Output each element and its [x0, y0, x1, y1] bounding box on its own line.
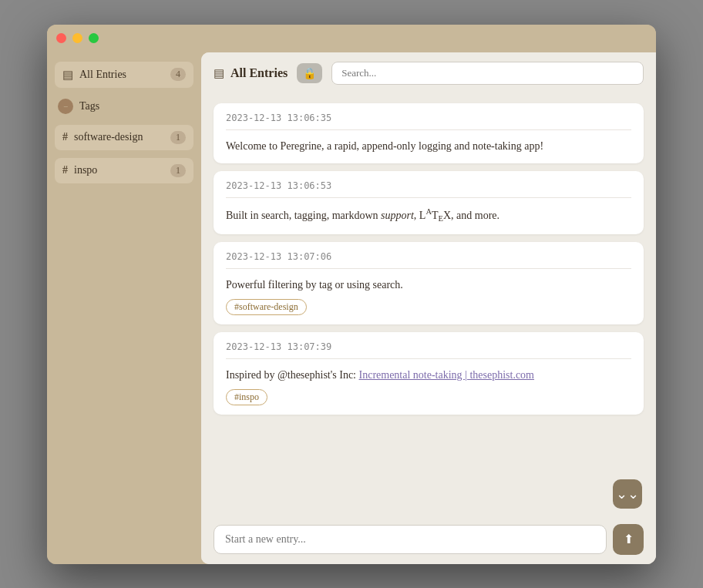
entry-2-timestamp: 2023-12-13 13:06:53	[226, 180, 631, 191]
lock-icon: 🔒	[303, 67, 316, 79]
submit-icon: ⬆	[624, 532, 634, 546]
tags-toggle-icon: −	[63, 102, 68, 111]
tags-header: − Tags	[55, 96, 193, 117]
tag-software-design-label: software-design	[74, 131, 143, 143]
maximize-button[interactable]	[89, 33, 99, 43]
sidebar: ▤ All Entries 4 − Tags # software-design…	[47, 52, 201, 564]
hash-icon-2: #	[62, 164, 68, 176]
entry-card-2: 2023-12-13 13:06:53 Built in search, tag…	[214, 171, 644, 234]
main-title: All Entries	[230, 66, 288, 80]
main-panel: ▤ All Entries 🔒 2023-12-13 13:06:35 Welc…	[201, 52, 656, 564]
tag-inspo-count: 1	[170, 164, 186, 177]
entry-3-content: Powerful filtering by tag or using searc…	[226, 277, 631, 293]
entry-4-tags: #inspo	[226, 383, 631, 405]
entry-card-1: 2023-12-13 13:06:35 Welcome to Peregrine…	[214, 103, 644, 163]
all-entries-count: 4	[170, 68, 186, 81]
entry-1-timestamp: 2023-12-13 13:06:35	[226, 113, 631, 123]
entry-3-timestamp: 2023-12-13 13:07:06	[226, 251, 631, 262]
main-entries-icon: ▤	[214, 66, 224, 80]
hash-icon: #	[62, 131, 68, 143]
minimize-button[interactable]	[72, 33, 82, 43]
entry-card-3: 2023-12-13 13:07:06 Powerful filtering b…	[214, 242, 644, 324]
entry-2-divider	[226, 197, 631, 198]
entry-4-content: Inspired by @thesephist's Inc: Increment…	[226, 367, 631, 383]
new-entry-input[interactable]	[214, 525, 607, 554]
entry-1-text: Welcome to Peregrine, a rapid, append-on…	[226, 140, 543, 152]
entry-3-text: Powerful filtering by tag or using searc…	[226, 279, 403, 291]
all-entries-label: All Entries	[79, 69, 126, 81]
entry-4-tag-inspo[interactable]: #inspo	[226, 389, 267, 405]
sidebar-item-all-entries[interactable]: ▤ All Entries 4	[55, 62, 193, 88]
entry-card-4: 2023-12-13 13:07:39 Inspired by @theseph…	[214, 332, 644, 415]
tag-software-design-count: 1	[170, 131, 186, 144]
entries-list: 2023-12-13 13:06:35 Welcome to Peregrine…	[201, 94, 656, 515]
entry-2-content: Built in search, tagging, markdown suppo…	[226, 206, 631, 225]
scroll-down-icon: ⌄⌄	[616, 487, 639, 501]
entry-4-timestamp: 2023-12-13 13:07:39	[226, 341, 631, 352]
sidebar-item-inspo[interactable]: # inspo 1	[55, 158, 193, 183]
submit-entry-button[interactable]: ⬆	[613, 524, 644, 555]
entry-3-tag-software-design[interactable]: #software-design	[226, 299, 307, 315]
entry-4-link[interactable]: Incremental note-taking | thesephist.com	[359, 369, 535, 381]
sidebar-item-software-design[interactable]: # software-design 1	[55, 125, 193, 150]
scroll-down-button[interactable]: ⌄⌄	[613, 479, 642, 509]
search-input[interactable]	[331, 62, 644, 85]
close-button[interactable]	[56, 33, 66, 43]
entry-3-tags: #software-design	[226, 293, 631, 315]
entry-1-divider	[226, 129, 631, 130]
entry-4-divider	[226, 358, 631, 359]
app-window: ▤ All Entries 4 − Tags # software-design…	[47, 25, 656, 564]
tags-toggle-button[interactable]: −	[58, 99, 73, 114]
title-bar	[47, 25, 656, 52]
app-body: ▤ All Entries 4 − Tags # software-design…	[47, 52, 656, 564]
entries-icon: ▤	[62, 68, 73, 82]
entry-4-prefix: Inspired by @thesephist's Inc:	[226, 369, 359, 381]
tags-label: Tags	[79, 100, 99, 113]
main-header: ▤ All Entries 🔒	[201, 52, 656, 94]
bottom-bar: ⬆	[201, 515, 656, 564]
entry-3-divider	[226, 268, 631, 269]
lock-button[interactable]: 🔒	[297, 63, 322, 83]
entry-1-content: Welcome to Peregrine, a rapid, append-on…	[226, 138, 631, 154]
entry-2-italic: support	[381, 209, 414, 220]
tag-inspo-label: inspo	[74, 164, 97, 176]
